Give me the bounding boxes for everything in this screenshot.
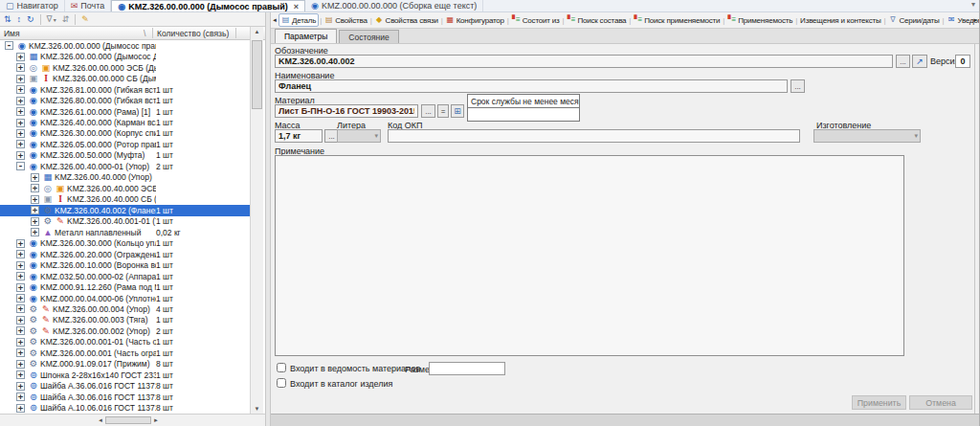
detail-toolbar-button-8[interactable]: Применяемость bbox=[725, 14, 794, 26]
tree-row[interactable]: +KMZ.326.00.00.002 (Упор)2 шт bbox=[0, 325, 250, 336]
expander-plus-icon[interactable]: + bbox=[16, 360, 25, 369]
tree-row[interactable]: +KMZ.326.00.40.000 ЭСБ (Упор) bbox=[0, 183, 250, 193]
tree-row[interactable]: +KMZ.326.30.00.000 (Корпус спир...1 шт bbox=[0, 128, 250, 139]
detail-toolbar-button-1[interactable]: Деталь bbox=[278, 13, 319, 27]
scroll-down-icon[interactable]: ▼ bbox=[251, 404, 263, 414]
expander-plus-icon[interactable]: + bbox=[16, 382, 25, 391]
expander-plus-icon[interactable]: + bbox=[16, 326, 25, 335]
material-table-button[interactable] bbox=[451, 104, 464, 118]
scroll-right-icon[interactable]: ► bbox=[151, 417, 161, 423]
expander-plus-icon[interactable]: + bbox=[16, 404, 25, 413]
expander-plus-icon[interactable]: + bbox=[16, 392, 25, 401]
tree-row[interactable]: +KMZ.000.00.04.000-06 (Уплотнен...1 шт bbox=[0, 293, 250, 303]
expander-plus-icon[interactable]: + bbox=[16, 304, 25, 313]
tree-row[interactable]: +KMZ.326.00.00.000 СБ (Дымосос ... bbox=[0, 73, 250, 83]
toolbar-button-edit-pencil[interactable] bbox=[79, 13, 91, 26]
toolbar-button-filter[interactable]: ▾ bbox=[45, 13, 58, 26]
expander-plus-icon[interactable]: + bbox=[31, 228, 39, 236]
tab-state[interactable]: Состояние bbox=[339, 30, 398, 43]
tree-row[interactable]: +KMZ.326.00.40.001-01 (Труба)1 шт bbox=[0, 216, 250, 227]
service-life-field[interactable] bbox=[468, 108, 579, 121]
expander-plus-icon[interactable]: + bbox=[16, 107, 25, 116]
window-tab-3[interactable]: KMZ.326.00.00.000 (Дымосос правый)× bbox=[111, 0, 305, 11]
tree-row[interactable]: +Шпонка 2-28x16x140 ГОСТ 23360...1 шт bbox=[0, 370, 250, 380]
expander-plus-icon[interactable]: + bbox=[16, 316, 25, 325]
scroll-left-icon[interactable]: ◄ bbox=[96, 417, 105, 423]
detail-toolbar-button-10[interactable]: Серии/даты bbox=[886, 14, 941, 26]
tree-row[interactable]: +Шайба А.36.06.016 ГОСТ 11371-788 шт bbox=[0, 381, 250, 392]
expander-plus-icon[interactable]: + bbox=[31, 173, 39, 182]
window-tab-1[interactable]: Навигатор bbox=[0, 0, 65, 11]
okp-field[interactable] bbox=[388, 129, 800, 143]
expander-plus-icon[interactable]: + bbox=[16, 370, 25, 379]
tree-row[interactable]: +KMZ.326.00.00.001 (Часть ограж...1 шт bbox=[0, 348, 250, 358]
window-tab-4[interactable]: KMZ.000.00.00.000 (Сборка еще текст) bbox=[305, 0, 483, 11]
tree-row[interactable]: -KMZ.326.00.00.000 (Дымосос правый) bbox=[0, 40, 250, 51]
expander-plus-icon[interactable]: + bbox=[16, 250, 25, 258]
tab-parameters[interactable]: Параметры bbox=[275, 29, 337, 43]
expander-plus-icon[interactable]: + bbox=[16, 151, 25, 160]
tree-row[interactable]: +KMZ.326.00.00.000 ЭСБ (Дымосо... bbox=[0, 62, 250, 73]
toolbar-button-expand-branch[interactable] bbox=[2, 13, 13, 26]
expander-plus-icon[interactable]: + bbox=[31, 184, 39, 192]
designation-field[interactable] bbox=[275, 55, 893, 68]
expander-plus-icon[interactable]: + bbox=[31, 206, 39, 214]
detail-toolbar-button-4[interactable]: Конфигуратор bbox=[444, 14, 506, 26]
scroll-up-icon[interactable]: ▲ bbox=[251, 27, 263, 36]
expander-plus-icon[interactable]: + bbox=[31, 217, 39, 226]
note-textarea[interactable] bbox=[275, 155, 904, 356]
tree-horizontal-scrollbar[interactable]: ◄ ► bbox=[0, 414, 265, 426]
tree-row[interactable]: +KMZ.326.00.20.000 (Ограждение ...1 шт bbox=[0, 249, 250, 259]
tree-row[interactable]: +KMZ.326.00.40.002 (Фланец)1 шт bbox=[0, 205, 250, 215]
tree-row[interactable]: +KMZ.032.50.00.000-02 (Аппарат н...1 шт bbox=[0, 271, 250, 281]
window-tab-2[interactable]: Почта bbox=[65, 0, 112, 11]
detail-toolbar-button-2[interactable]: Свойства bbox=[323, 14, 369, 26]
close-tab-icon[interactable]: × bbox=[294, 2, 299, 11]
expander-plus-icon[interactable]: + bbox=[16, 272, 25, 280]
tree-row[interactable]: +Шайба А.10.06.016 ГОСТ 11371-788 шт bbox=[0, 402, 250, 413]
detail-toolbar-button-7[interactable]: Поиск применяемости bbox=[632, 14, 722, 26]
column-name[interactable]: Имя bbox=[4, 29, 20, 38]
toolbar-scroll-left-icon[interactable]: ◄ bbox=[272, 17, 278, 23]
name-field[interactable] bbox=[275, 79, 788, 93]
name-browse-button[interactable]: ... bbox=[791, 79, 805, 93]
expander-plus-icon[interactable]: + bbox=[16, 75, 25, 83]
expander-plus-icon[interactable]: + bbox=[16, 140, 25, 148]
expander-plus-icon[interactable]: + bbox=[16, 53, 25, 61]
tree-row[interactable]: +Металл наплавленный0,02 кг bbox=[0, 227, 250, 237]
expander-plus-icon[interactable]: + bbox=[16, 294, 25, 303]
expander-plus-icon[interactable]: + bbox=[16, 63, 25, 72]
expander-plus-icon[interactable]: + bbox=[16, 283, 25, 292]
expander-plus-icon[interactable]: + bbox=[16, 239, 25, 248]
designation-open-button[interactable] bbox=[912, 55, 927, 68]
version-field[interactable] bbox=[955, 55, 970, 68]
detail-toolbar-button-9[interactable]: Извещения и контексты bbox=[798, 15, 882, 26]
tab-overflow-icon[interactable]: ▾ bbox=[971, 0, 975, 9]
tree-vertical-scrollbar[interactable]: ▲ ▼ bbox=[250, 27, 263, 414]
size-field[interactable] bbox=[429, 362, 505, 375]
expander-plus-icon[interactable]: + bbox=[16, 261, 25, 270]
cancel-button[interactable]: Отмена bbox=[909, 395, 972, 410]
tree-row[interactable]: +KMZ.326.00.00.004 (Упор)4 шт bbox=[0, 303, 250, 314]
tree-row[interactable]: +KMZ.326.00.50.000 (Муфта)1 шт bbox=[0, 150, 250, 161]
tree-row[interactable]: -KMZ.326.00.40.000-01 (Упор)2 шт bbox=[0, 161, 250, 171]
apply-button[interactable]: Применить bbox=[852, 395, 906, 410]
material-equals-button[interactable]: = bbox=[437, 104, 449, 118]
tree-row[interactable]: +KMZ.326.00.00.000 (Дымосос ДР... bbox=[0, 51, 250, 61]
expander-plus-icon[interactable]: + bbox=[16, 129, 25, 138]
litera-dropdown[interactable] bbox=[337, 129, 381, 143]
toolbar-button-collapse-branch[interactable] bbox=[15, 13, 24, 26]
tree-row[interactable]: +KMZ.326.80.00.000 (Гибкая встав...1 шт bbox=[0, 95, 250, 105]
expander-minus-icon[interactable]: - bbox=[5, 41, 13, 50]
tree-row[interactable]: +KMZ.326.61.00.000 (Рама) [1]1 шт bbox=[0, 106, 250, 117]
expander-minus-icon[interactable]: - bbox=[16, 162, 25, 170]
tree-row[interactable]: +Шайба А.30.06.016 ГОСТ 11371-788 шт bbox=[0, 392, 250, 402]
tree-row[interactable]: +KMZ.326.40.00.000 (Карман всас...1 шт bbox=[0, 117, 250, 127]
material-browse-button[interactable]: ... bbox=[421, 104, 435, 118]
tree-row[interactable]: +KMZ.000.91.12.260 (Рама под М...1 шт bbox=[0, 281, 250, 292]
expander-plus-icon[interactable]: + bbox=[16, 85, 25, 94]
manufacturing-dropdown[interactable] bbox=[813, 129, 921, 143]
column-divider[interactable] bbox=[235, 28, 236, 38]
material-field[interactable] bbox=[275, 104, 418, 118]
detail-toolbar-button-6[interactable]: Поиск состава bbox=[565, 14, 628, 26]
